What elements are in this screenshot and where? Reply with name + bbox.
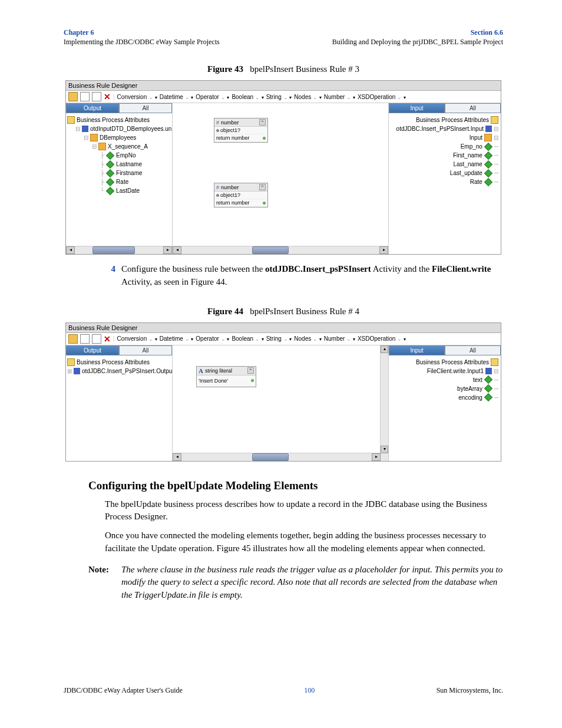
footer-right: Sun Microsystems, Inc. bbox=[437, 686, 503, 695]
right-panel: Input All Business Process Attributes ot… bbox=[389, 103, 501, 254]
toolbar-icon[interactable] bbox=[80, 92, 90, 101]
tree-leaf[interactable]: text bbox=[473, 375, 482, 384]
menu-xsdoperation[interactable]: XSDOperation ⌄ ▾ bbox=[358, 94, 406, 100]
output-port-icon[interactable] bbox=[263, 137, 266, 140]
page-footer: JDBC/ODBC eWay Adapter User's Guide 100 … bbox=[64, 686, 503, 695]
menu-number[interactable]: Number ⌄ ▾ bbox=[324, 94, 355, 100]
leaf-icon bbox=[484, 160, 492, 169]
tab-all[interactable]: All bbox=[445, 103, 501, 113]
step-number: 4 bbox=[101, 263, 115, 289]
leaf-icon bbox=[484, 143, 492, 151]
input-port-icon[interactable] bbox=[216, 194, 219, 197]
designer-toolbar: ✕ | Conversion ⌄ ▾ Datetime ⌄ ▾ Operator… bbox=[66, 91, 501, 103]
menu-datetime[interactable]: Datetime ⌄ ▾ bbox=[160, 94, 194, 100]
tree-leaf[interactable]: Emp_no bbox=[461, 142, 482, 151]
tree-root-icon bbox=[491, 358, 498, 366]
collapse-icon[interactable]: ^ bbox=[259, 184, 266, 190]
tab-output[interactable]: Output bbox=[66, 103, 119, 113]
function-number-box[interactable]: #number^ object1? return number bbox=[214, 183, 268, 207]
tree-node[interactable]: X_sequence_A bbox=[108, 142, 148, 151]
toolbar-icon[interactable] bbox=[80, 334, 90, 344]
leaf-icon bbox=[484, 375, 492, 384]
function-number-box[interactable]: #number^ object1? return number bbox=[214, 118, 268, 143]
figure43-caption: Figure 43 bpelPsInsert Business Rule # 3 bbox=[64, 64, 503, 74]
menu-string[interactable]: String ⌄ ▾ bbox=[266, 94, 292, 100]
scrollbar-horizontal[interactable]: ◂ ▸ bbox=[173, 453, 381, 461]
left-panel: Output All Business Process Attributes ⊞… bbox=[66, 345, 172, 461]
menu-operator[interactable]: Operator ⌄ ▾ bbox=[196, 94, 229, 100]
menu-operator[interactable]: Operator ⌄ ▾ bbox=[196, 335, 229, 342]
close-icon[interactable]: ✕ bbox=[104, 92, 111, 101]
tree-leaf[interactable]: Rate bbox=[116, 177, 128, 186]
toolbar-icon[interactable] bbox=[92, 334, 101, 344]
collapse-icon[interactable]: ^ bbox=[247, 367, 254, 374]
tree-leaf[interactable]: Last_name bbox=[453, 160, 482, 169]
tree-root[interactable]: Business Process Attributes bbox=[77, 116, 150, 124]
menu-xsdoperation[interactable]: XSDOperation ⌄ ▾ bbox=[358, 335, 406, 342]
left-panel: Output All Business Process Attributes ⊟… bbox=[66, 103, 172, 254]
folder-icon bbox=[90, 134, 98, 141]
tab-all[interactable]: All bbox=[119, 345, 172, 355]
menu-nodes[interactable]: Nodes ⌄ ▾ bbox=[294, 335, 321, 342]
tree-leaf[interactable]: Rate bbox=[470, 177, 482, 186]
tab-all[interactable]: All bbox=[445, 345, 501, 355]
tree-root[interactable]: Business Process Attributes bbox=[416, 116, 489, 124]
menu-conversion[interactable]: Conversion ⌄ ▾ bbox=[117, 335, 157, 342]
scrollbar-vertical[interactable]: ▴ ▾ bbox=[380, 345, 388, 461]
tree-node[interactable]: otdInputDTD_DBemployees.unmar bbox=[90, 124, 172, 133]
hash-icon: # bbox=[216, 185, 219, 190]
center-canvas[interactable]: Astring literal^ 'Insert Done' ▴ ▾ ◂ ▸ bbox=[172, 345, 389, 461]
tab-output[interactable]: Output bbox=[66, 345, 119, 355]
menu-number[interactable]: Number ⌄ ▾ bbox=[324, 335, 355, 342]
tree-node[interactable]: otdJDBC.Insert_PsPSInsert.Output bbox=[82, 367, 172, 375]
tree-root-icon bbox=[491, 116, 498, 124]
menu-boolean[interactable]: Boolean ⌄ ▾ bbox=[232, 335, 263, 342]
figure43-designer: Business Rule Designer ✕ | Conversion ⌄ … bbox=[65, 80, 501, 255]
note-label: Note: bbox=[88, 564, 121, 602]
left-tree: Business Process Attributes ⊞otdJDBC.Ins… bbox=[66, 355, 172, 461]
page-header: Chapter 6 Implementing the JDBC/ODBC eWa… bbox=[64, 28, 503, 47]
menu-conversion[interactable]: Conversion ⌄ ▾ bbox=[117, 94, 157, 100]
tree-node[interactable]: Input bbox=[470, 133, 482, 142]
tab-input[interactable]: Input bbox=[389, 345, 445, 355]
close-icon[interactable]: ✕ bbox=[104, 334, 111, 344]
tree-leaf[interactable]: encoding bbox=[458, 393, 482, 402]
menu-boolean[interactable]: Boolean ⌄ ▾ bbox=[232, 94, 263, 100]
function-literal-box[interactable]: Astring literal^ 'Insert Done' bbox=[196, 366, 256, 387]
tree-root[interactable]: Business Process Attributes bbox=[416, 358, 489, 367]
scrollbar-horizontal[interactable]: ◂ ▸ bbox=[173, 246, 388, 254]
toolbar-icon[interactable] bbox=[68, 92, 78, 101]
leaf-icon bbox=[106, 151, 114, 160]
step-text: Configure the business rule between the … bbox=[121, 263, 503, 289]
toolbar-icon[interactable] bbox=[92, 92, 101, 101]
tree-node[interactable]: FileClient.write.Input1 bbox=[427, 367, 484, 375]
tree-leaf[interactable]: Firstname bbox=[116, 169, 142, 177]
figure44-designer: Business Rule Designer ✕ | Conversion ⌄ … bbox=[65, 322, 501, 462]
menu-string[interactable]: String ⌄ ▾ bbox=[266, 335, 292, 342]
center-canvas[interactable]: #number^ object1? return number #number^… bbox=[172, 103, 389, 254]
node-icon bbox=[82, 126, 88, 132]
tree-leaf[interactable]: First_name bbox=[453, 151, 482, 160]
menu-nodes[interactable]: Nodes ⌄ ▾ bbox=[294, 94, 321, 100]
tree-node[interactable]: otdJDBC.Insert_PsPSInsert.Input bbox=[396, 124, 484, 133]
input-port-icon[interactable] bbox=[216, 129, 219, 132]
collapse-icon[interactable]: ^ bbox=[259, 119, 266, 126]
tree-leaf[interactable]: LastDate bbox=[116, 186, 140, 195]
tree-leaf[interactable]: Last_update bbox=[450, 169, 482, 177]
tab-input[interactable]: Input bbox=[389, 103, 445, 113]
note-text: The where clause in the business rule re… bbox=[121, 564, 503, 602]
chapter-subtitle: Implementing the JDBC/ODBC eWay Sample P… bbox=[64, 38, 220, 47]
tab-all[interactable]: All bbox=[119, 103, 172, 113]
tree-node[interactable]: DBemployees bbox=[100, 133, 136, 142]
output-port-icon[interactable] bbox=[263, 202, 266, 205]
designer-title: Business Rule Designer bbox=[66, 323, 501, 333]
toolbar-icon[interactable] bbox=[68, 334, 78, 344]
leaf-icon bbox=[106, 187, 114, 195]
tree-root[interactable]: Business Process Attributes bbox=[77, 358, 150, 367]
scrollbar-horizontal[interactable]: ◂ ▸ bbox=[66, 246, 172, 254]
menu-datetime[interactable]: Datetime ⌄ ▾ bbox=[160, 335, 194, 342]
tree-leaf[interactable]: EmpNo bbox=[116, 151, 135, 160]
tree-leaf[interactable]: byteArray bbox=[457, 384, 482, 393]
output-port-icon[interactable] bbox=[251, 379, 254, 382]
tree-leaf[interactable]: Lastname bbox=[116, 160, 142, 169]
